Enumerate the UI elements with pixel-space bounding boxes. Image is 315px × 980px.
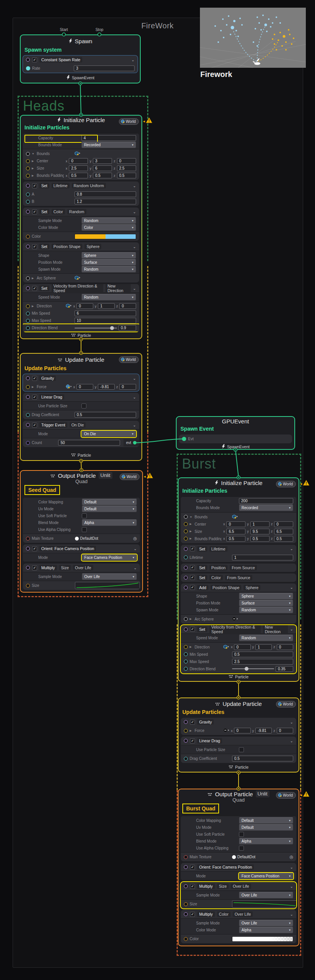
vector-field[interactable]: 0 xyxy=(117,158,136,164)
block-header[interactable]: ✓SetPositionFrom Source xyxy=(181,564,296,572)
node-heads_update[interactable]: Update ParticleWorldUpdate Particles✓Gra… xyxy=(20,353,142,461)
block-enabled-checkbox[interactable]: ✓ xyxy=(190,738,195,743)
dropdown[interactable]: Surface▾ xyxy=(239,600,293,606)
evt-output[interactable]: evt xyxy=(123,439,139,446)
block-enabled-checkbox[interactable]: ✓ xyxy=(32,209,37,214)
port-dot[interactable] xyxy=(184,537,188,541)
node-burst_init[interactable]: Initialize ParticleWorldInitialize Parti… xyxy=(178,477,299,682)
value-field[interactable]: 1 xyxy=(232,555,293,560)
flow-output[interactable]: SpawnEvent xyxy=(21,74,140,81)
space-badge[interactable]: World xyxy=(276,792,296,799)
port-dot[interactable] xyxy=(26,200,30,204)
vector-field[interactable]: 1 xyxy=(98,303,115,309)
port-dot[interactable] xyxy=(184,617,188,621)
dropdown[interactable]: Surface▾ xyxy=(81,259,136,266)
port-dot[interactable] xyxy=(184,576,188,580)
block-header[interactable]: ✓Linear Drag⌄ xyxy=(23,393,139,401)
checkbox[interactable] xyxy=(81,403,86,408)
foldout-closed-icon[interactable]: ▶ xyxy=(32,305,35,308)
slider-value[interactable]: 0.35 xyxy=(276,666,293,672)
block-enabled-checkbox[interactable]: ✓ xyxy=(32,286,37,291)
cube-icon[interactable] xyxy=(66,304,72,309)
block-enabled-checkbox[interactable]: ✓ xyxy=(190,720,195,725)
foldout-closed-icon[interactable]: ▶ xyxy=(190,645,193,648)
dropdown[interactable]: Random▾ xyxy=(239,635,293,641)
curve-field[interactable] xyxy=(232,900,296,908)
block-header[interactable]: ✓Constant Spawn Rate⌄ xyxy=(23,56,138,64)
block-header[interactable]: ✓Gravity⌄ xyxy=(181,718,296,726)
port-dot[interactable] xyxy=(184,645,188,649)
foldout-closed-icon[interactable]: ▶ xyxy=(190,729,193,732)
block-header[interactable]: ✓SetLifetimeRandom Uniform⌄ xyxy=(23,181,139,190)
collapse-icon[interactable]: ⌄ xyxy=(290,627,293,631)
block-enabled-checkbox[interactable]: ✓ xyxy=(190,565,195,570)
collapse-icon[interactable]: ⌄ xyxy=(133,395,136,399)
dropdown[interactable]: Random▾ xyxy=(81,294,136,301)
port-dot[interactable] xyxy=(184,555,188,559)
node-spawn[interactable]: SpawnSpawn system✓Constant Spawn Rate⌄Ra… xyxy=(20,34,141,83)
port-dot[interactable] xyxy=(26,210,30,214)
vector-field[interactable]: 1 xyxy=(255,644,272,650)
block-header[interactable]: ✓AddPosition ShapeSphere⌄ xyxy=(181,583,296,592)
block-header[interactable]: ✓SetVelocity from Direction & SpeedNew D… xyxy=(23,284,139,292)
block-enabled-checkbox[interactable]: ✓ xyxy=(190,546,195,551)
port-dot[interactable] xyxy=(26,66,30,70)
port-dot[interactable] xyxy=(184,660,188,663)
warning-indicator[interactable]: ◂ xyxy=(143,117,153,125)
object-picker-icon[interactable]: ◎ xyxy=(133,536,137,541)
port-dot[interactable] xyxy=(26,58,30,62)
block-header[interactable]: ✓SetVelocity from Direction & SpeedNew D… xyxy=(181,625,296,634)
dropdown[interactable]: Face Camera Position▾ xyxy=(82,554,137,561)
port-dot[interactable] xyxy=(26,376,30,380)
foldout-closed-icon[interactable]: ▶ xyxy=(32,174,35,177)
dropdown[interactable]: Default▾ xyxy=(82,506,137,512)
collapse-icon[interactable]: ⌄ xyxy=(133,423,136,427)
vector-field[interactable]: -9.81 xyxy=(98,384,115,390)
vector-field[interactable]: 0.5 xyxy=(117,173,136,178)
vector-field[interactable]: 0 xyxy=(226,521,245,527)
warning-indicator[interactable]: ◂ xyxy=(144,472,153,480)
dropdown[interactable]: Recorded▾ xyxy=(239,505,293,511)
dropdown[interactable]: Alpha▾ xyxy=(239,927,293,933)
port-dot[interactable] xyxy=(26,304,30,308)
block-enabled-checkbox[interactable]: ✓ xyxy=(32,565,37,570)
foldout-closed-icon[interactable]: ▶ xyxy=(32,277,35,280)
vector-field[interactable]: 9.5 xyxy=(250,529,270,534)
flow-output[interactable]: Particle xyxy=(179,674,299,679)
cube-icon[interactable] xyxy=(75,276,81,281)
vector-field[interactable]: 0.5 xyxy=(226,536,245,542)
port-dot[interactable] xyxy=(26,395,30,399)
block-enabled-checkbox[interactable]: ✓ xyxy=(32,376,37,381)
block-header[interactable]: ✓Gravity⌄ xyxy=(23,374,139,382)
dropdown[interactable]: Alpha▾ xyxy=(239,838,293,844)
port-dot[interactable] xyxy=(184,865,188,869)
slider-track[interactable] xyxy=(232,668,274,669)
port-dot[interactable] xyxy=(184,515,188,519)
port-dot[interactable] xyxy=(184,739,188,743)
value-field[interactable]: 200 xyxy=(239,498,293,504)
dropdown[interactable]: Color▾ xyxy=(81,224,136,231)
vector-field[interactable]: 0 xyxy=(119,384,136,390)
block-enabled-checkbox[interactable]: ✓ xyxy=(190,865,195,870)
vector-field[interactable]: 0.5 xyxy=(250,536,270,542)
port-dot[interactable] xyxy=(26,184,30,188)
block-enabled-checkbox[interactable]: ✓ xyxy=(190,585,195,590)
vector-field[interactable]: 0 xyxy=(119,303,136,309)
block-header[interactable]: ✓Orient: Face Camera Position⌄ xyxy=(23,544,140,553)
dropdown[interactable]: Sphere▾ xyxy=(81,252,136,259)
port-dot[interactable] xyxy=(184,547,188,551)
collapse-icon[interactable]: ⌄ xyxy=(290,739,293,743)
value-field[interactable]: 0.5 xyxy=(232,652,293,657)
port-dot[interactable] xyxy=(184,902,188,906)
collapse-icon[interactable]: ⌄ xyxy=(133,184,136,188)
value-field[interactable]: 3 xyxy=(74,65,135,71)
dropdown[interactable]: Alpha▾ xyxy=(82,519,137,526)
dropdown[interactable]: Default▾ xyxy=(239,824,293,831)
port-dot[interactable] xyxy=(184,652,188,656)
gradient-bar[interactable] xyxy=(75,234,136,239)
value-field[interactable]: 4 xyxy=(81,135,136,141)
port-dot[interactable] xyxy=(26,326,30,330)
port-dot[interactable] xyxy=(184,729,188,733)
port-dot[interactable] xyxy=(184,566,188,570)
block-enabled-checkbox[interactable]: ✓ xyxy=(190,575,195,580)
